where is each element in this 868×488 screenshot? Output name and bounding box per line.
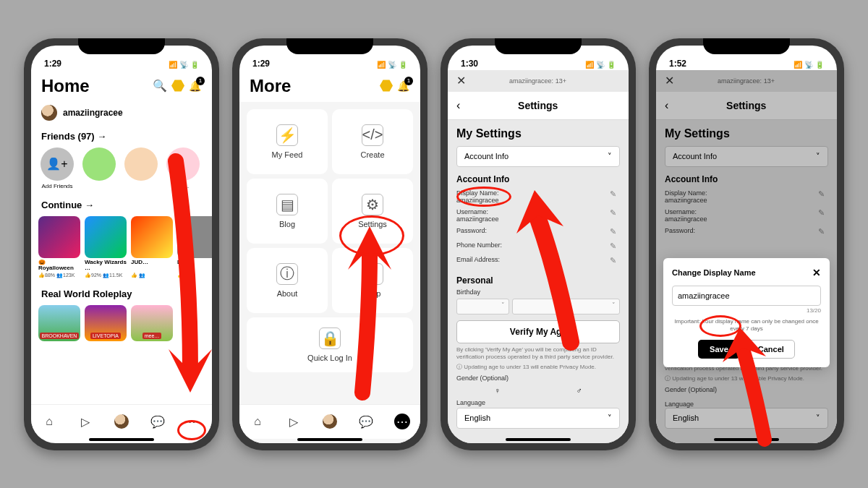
verify-age-button[interactable]: Verify My Age: [456, 320, 620, 343]
verify-note: By clicking 'Verify My Age' you will be …: [456, 346, 620, 361]
phone-2-more: 1:29 📶📡🔋 More 1 ⚡My Feed</>Create▤Blog⚙S…: [232, 38, 427, 450]
robux-icon[interactable]: [171, 80, 184, 93]
tile-my-feed[interactable]: ⚡My Feed: [247, 109, 328, 174]
my-settings-heading: My Settings: [665, 127, 828, 140]
birthday-month-select[interactable]: [456, 299, 509, 314]
code-icon: </>: [362, 124, 383, 146]
friend-item[interactable]: [122, 147, 160, 189]
page-title: Home: [41, 76, 90, 96]
notifications-icon[interactable]: 1: [189, 80, 202, 93]
game-tile[interactable]: JUD…👍👥: [131, 216, 173, 278]
gender-male-icon[interactable]: ♂: [576, 386, 582, 395]
language-label: Language: [665, 401, 828, 408]
birthday-day-select[interactable]: [512, 299, 565, 314]
display-name-input[interactable]: [672, 286, 821, 306]
char-counter: 13/20: [672, 307, 821, 314]
account-info-heading: Account Info: [456, 174, 620, 184]
bolt-icon: ⚡: [276, 124, 298, 146]
battery-icon: 🔋: [815, 61, 824, 69]
birthday-year-select[interactable]: [567, 299, 620, 314]
section-dropdown[interactable]: Account Info˅: [456, 146, 620, 167]
edit-icon[interactable]: ✎: [818, 208, 828, 218]
gender-label: Gender (Optional): [456, 374, 620, 382]
nav-avatar-icon[interactable]: [114, 414, 129, 429]
edit-icon[interactable]: ✎: [818, 189, 828, 200]
section-dropdown[interactable]: Account Info˅: [665, 146, 828, 167]
game-tile[interactable]: LIVETOPIA: [85, 305, 127, 341]
tile-create[interactable]: </>Create: [332, 109, 413, 174]
edit-icon[interactable]: ✎: [610, 208, 620, 218]
game-tile[interactable]: BROOKHAVEN: [38, 305, 80, 341]
robux-icon[interactable]: [380, 80, 393, 93]
notifications-icon[interactable]: 1: [397, 80, 410, 93]
modal-close-icon[interactable]: ✕: [812, 267, 821, 278]
page-title: More: [250, 76, 291, 96]
nav-play-icon[interactable]: ▷: [286, 414, 302, 429]
personal-heading: Personal: [456, 275, 620, 286]
save-button[interactable]: Save: [698, 340, 740, 359]
blog-icon: ▤: [276, 194, 298, 215]
notch: [78, 38, 165, 54]
nav-avatar-icon[interactable]: [322, 414, 338, 429]
tile-settings[interactable]: ⚙Settings: [332, 179, 413, 244]
friends-header[interactable]: Friends (97) →: [31, 124, 212, 145]
notch: [703, 38, 790, 54]
chevron-down-icon: ˅: [816, 152, 820, 161]
game-tile[interactable]: Wacky Wizards …👍92%👥11.5K: [85, 216, 127, 278]
gender-female-icon[interactable]: ♀: [494, 386, 500, 395]
clock: 1:29: [252, 59, 270, 69]
tile-blog[interactable]: ▤Blog: [247, 179, 328, 244]
settings-title: Settings: [456, 100, 620, 111]
language-dropdown[interactable]: English˅: [456, 408, 620, 429]
tile-label: Create: [360, 150, 384, 159]
username-value: amaziingracee: [456, 215, 499, 223]
nav-chat-icon[interactable]: 💬: [358, 414, 374, 429]
edit-icon[interactable]: ✎: [610, 227, 620, 237]
friend-item[interactable]: 18…: [164, 147, 202, 189]
tile-help[interactable]: ?Help: [332, 248, 413, 313]
friend-item[interactable]: [80, 147, 118, 189]
language-dropdown[interactable]: English˅: [665, 408, 828, 429]
nav-home-icon[interactable]: ⌂: [41, 414, 57, 429]
language-label: Language: [456, 399, 620, 406]
friend-item[interactable]: 👤+Add Friends: [38, 147, 76, 189]
close-icon[interactable]: ✕: [665, 74, 674, 87]
chevron-down-icon: ˅: [608, 414, 612, 423]
battery-icon: 🔋: [399, 61, 407, 69]
username-label[interactable]: amaziingracee: [63, 108, 123, 118]
edit-icon[interactable]: ✎: [610, 256, 620, 266]
edit-icon[interactable]: ✎: [610, 189, 620, 200]
edit-icon[interactable]: ✎: [610, 241, 620, 252]
age-note: ⓘ Updating age to under 13 will enable P…: [456, 364, 620, 371]
tile-about[interactable]: ⓘAbout: [247, 248, 328, 313]
display-name-label: Display Name:: [665, 189, 707, 197]
wifi-icon: 📡: [804, 61, 813, 69]
continue-header[interactable]: Continue →: [31, 192, 212, 213]
account-info-heading: Account Info: [665, 174, 828, 184]
close-icon[interactable]: ✕: [456, 74, 466, 87]
game-tile[interactable]: D…👍👥: [177, 216, 212, 278]
nav-more-icon[interactable]: ⋯: [394, 414, 410, 429]
realworld-header[interactable]: Real World Roleplay: [31, 281, 212, 302]
nav-more-icon[interactable]: ⋯: [186, 414, 202, 429]
gender-label: Gender (Optional): [665, 386, 828, 393]
help-icon: ?: [362, 263, 383, 285]
bottom-nav: ⌂ ▷ 💬 ⋯: [31, 404, 212, 439]
back-icon[interactable]: ‹: [665, 99, 668, 112]
search-icon[interactable]: 🔍: [153, 79, 167, 93]
avatar[interactable]: [41, 105, 57, 121]
clock: 1:52: [669, 59, 686, 69]
edit-icon[interactable]: ✎: [818, 227, 828, 237]
nav-chat-icon[interactable]: 💬: [150, 414, 166, 429]
age-note: ⓘ Updating age to under 13 will enable P…: [665, 375, 828, 382]
cancel-button[interactable]: Cancel: [747, 340, 795, 359]
game-tile[interactable]: mee…: [131, 305, 173, 341]
nav-play-icon[interactable]: ▷: [77, 414, 93, 429]
home-indicator: [506, 438, 571, 441]
topbar-label: amaziingracee: 13+: [509, 77, 566, 85]
tile-quick-log-in[interactable]: 🔒Quick Log In: [247, 317, 413, 372]
nav-home-icon[interactable]: ⌂: [250, 414, 265, 429]
tile-label: Settings: [358, 220, 387, 228]
game-tile[interactable]: 🎃Royalloween👍88%👥123K: [38, 216, 80, 278]
tile-label: Blog: [279, 220, 295, 228]
